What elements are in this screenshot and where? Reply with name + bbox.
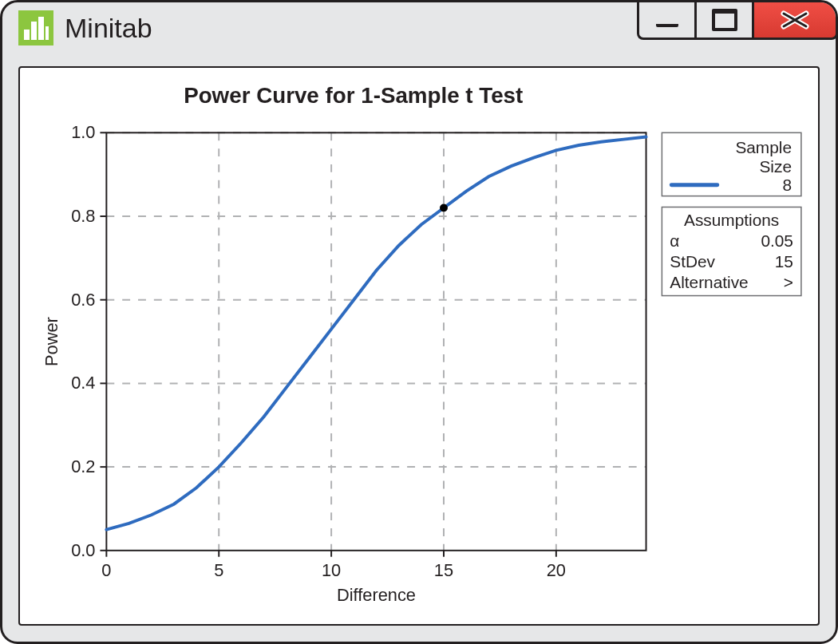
minitab-icon [18, 10, 53, 45]
x-axis-label: Difference [337, 585, 416, 605]
power-curve-chart: Power Curve for 1-Sample t Test051015200… [20, 68, 818, 624]
close-icon [777, 9, 812, 31]
y-tick-label: 0.2 [71, 456, 95, 476]
assumption-label: α [670, 231, 679, 250]
x-tick-label: 20 [547, 560, 566, 580]
minimize-icon [656, 13, 678, 27]
y-tick-label: 1.0 [71, 122, 95, 142]
y-tick-label: 0.4 [71, 373, 95, 393]
window-controls [637, 0, 838, 40]
y-tick-label: 0.6 [71, 290, 95, 310]
svg-rect-2 [31, 22, 37, 40]
svg-rect-3 [38, 17, 44, 40]
x-tick-label: 10 [322, 560, 341, 580]
power-curve [106, 137, 646, 530]
x-tick-label: 5 [214, 560, 223, 580]
legend-entry: 8 [782, 176, 792, 194]
plot-border [106, 132, 646, 550]
y-tick-label: 0.8 [71, 206, 95, 226]
application-window: Minitab Power Curve for 1-Sample t Test0… [0, 0, 838, 644]
assumption-label: Alternative [670, 273, 748, 291]
assumption-label: StDev [670, 252, 715, 271]
marker-point [440, 204, 448, 212]
legend-title: Size [759, 157, 792, 176]
svg-rect-4 [45, 26, 49, 40]
assumption-value: 0.05 [761, 231, 793, 250]
chart-title: Power Curve for 1-Sample t Test [184, 83, 523, 108]
x-tick-label: 15 [434, 560, 453, 580]
title-bar: Minitab [2, 2, 836, 53]
assumptions-heading: Assumptions [684, 211, 779, 229]
maximize-icon [712, 9, 737, 31]
assumption-value: 15 [775, 252, 793, 271]
svg-rect-1 [24, 30, 30, 40]
close-button[interactable] [752, 0, 838, 40]
x-tick-label: 0 [101, 560, 111, 580]
minimize-button[interactable] [637, 0, 694, 40]
chart-panel: Power Curve for 1-Sample t Test051015200… [18, 66, 820, 626]
legend-title: Sample [735, 138, 792, 156]
maximize-button[interactable] [694, 0, 752, 40]
y-tick-label: 0.0 [71, 540, 95, 560]
assumption-value: > [784, 273, 793, 291]
app-title: Minitab [65, 13, 152, 44]
y-axis-label: Power [42, 317, 61, 366]
